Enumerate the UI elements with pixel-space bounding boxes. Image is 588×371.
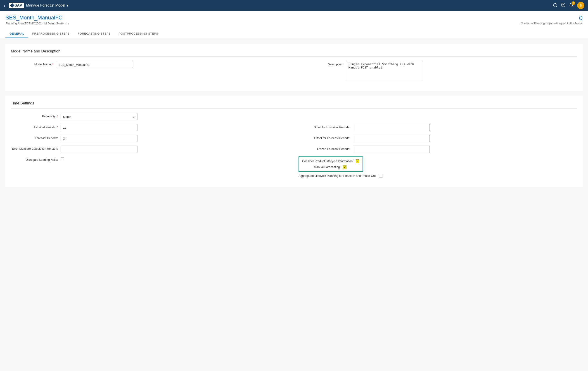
model-name-form: Model Name: Description: Single Exponent… [11,61,577,86]
frozen-forecast-row: Frozen Forecast Periods: [299,146,577,153]
time-settings-two-col: Historical Periods: Forecast Periods: Er… [11,124,577,182]
model-name-input-wrapper [56,61,133,68]
historical-periods-input-wrap [61,124,137,131]
time-divider [11,108,577,109]
periodicity-select[interactable]: Month Day Week Quarter Year [61,113,137,120]
offset-historical-label: Offset for Historical Periods: [299,124,353,129]
header-left: ‹ SAP Manage Forecast Model ▾ [4,3,68,8]
main-content: Model Name and Description Model Name: D… [0,38,588,197]
notification-badge: 2 [571,1,575,5]
search-icon[interactable] [553,3,557,8]
offset-historical-input-wrap [353,124,430,131]
time-settings-title: Time Settings [11,101,577,106]
forecast-periods-row: Forecast Periods: [11,135,289,142]
offset-historical-input[interactable] [353,124,430,131]
sap-text: SAP [15,3,22,8]
time-left-col: Historical Periods: Forecast Periods: Er… [11,124,289,182]
model-desc-col-right: Description: Single Exponential Smoothin… [287,61,577,86]
offset-forecast-input-wrap [353,135,430,142]
app-header: ‹ SAP Manage Forecast Model ▾ [0,0,588,11]
header-right: 2 S [553,2,584,9]
model-name-input[interactable] [56,61,133,68]
offset-forecast-input[interactable] [353,135,430,142]
consider-lifecycle-checkbox[interactable] [356,159,359,163]
description-textarea[interactable]: Single Exponential Smoothing (M) with Ma… [346,61,423,81]
tab-postprocessing[interactable]: POSTPROCESSING STEPS [115,30,162,38]
title-dropdown-arrow[interactable]: ▾ [66,3,68,8]
periodicity-label: Periodicity: [11,113,61,118]
periodicity-select-wrapper: Month Day Week Quarter Year [61,113,137,120]
sap-logo: SAP [9,3,24,8]
planning-count-label: Number of Planning Objects Assigned to t… [521,22,583,25]
forecast-periods-label: Forecast Periods: [11,135,61,140]
manual-forecasting-label: Manual Forecasting: [302,165,343,169]
aggregated-lifecycle-checkbox[interactable] [379,174,382,178]
sub-header: SES_Month_ManualFC Planning Area ZDEMO20… [0,11,588,38]
app-title-text: Manage Forecast Model [26,3,65,8]
disregard-nulls-label: Disregard Leading Nulls: [11,156,61,162]
historical-periods-label: Historical Periods: [11,124,61,129]
aggregated-lifecycle-label: Aggregated Lifecycle Planning for Phase-… [299,174,379,178]
offset-forecast-label: Offset for Forecast Periods: [299,135,353,140]
offset-historical-row: Offset for Historical Periods: [299,124,577,131]
frozen-forecast-input-wrap [353,146,430,153]
description-input-wrapper: Single Exponential Smoothing (M) with Ma… [346,61,423,82]
disregard-nulls-checkbox[interactable] [61,157,64,161]
consider-lifecycle-row: Consider Product Lifecycle Information: [302,159,359,163]
planning-count: 0 [521,14,583,22]
model-name-row: Model Name: [11,61,287,68]
error-measure-input-wrap [61,146,137,153]
count-area: 0 Number of Planning Objects Assigned to… [521,14,583,25]
notifications-icon[interactable]: 2 [569,3,574,8]
header-title: Manage Forecast Model ▾ [26,3,69,8]
frozen-forecast-label: Frozen Forecast Periods: [299,146,353,151]
page-title: SES_Month_ManualFC [5,14,69,21]
svg-line-1 [556,6,557,7]
offset-forecast-row: Offset for Forecast Periods: [299,135,577,142]
error-measure-input[interactable] [61,146,137,153]
disregard-nulls-row: Disregard Leading Nulls: [11,156,289,162]
frozen-forecast-input[interactable] [353,146,430,153]
model-name-label: Model Name: [11,61,56,66]
time-right-col: Offset for Historical Periods: Offset fo… [289,124,577,182]
manual-forecasting-checkbox[interactable] [343,165,346,169]
model-name-section-title: Model Name and Description [11,49,577,54]
forecast-periods-input-wrap [61,135,137,142]
historical-periods-input[interactable] [61,124,137,131]
historical-periods-row: Historical Periods: [11,124,289,131]
periodicity-row: Periodicity: Month Day Week Quarter Year [11,113,577,120]
consider-lifecycle-label: Consider Product Lifecycle Information: [302,159,356,163]
user-avatar[interactable]: S [577,2,584,9]
sap-diamond-icon [10,3,14,8]
svg-point-0 [553,3,556,6]
back-button[interactable]: ‹ [4,3,5,8]
tab-forecasting[interactable]: FORECASTING STEPS [74,30,115,38]
model-name-section: Model Name and Description Model Name: D… [5,44,583,91]
title-area: SES_Month_ManualFC Planning Area ZDEMO20… [5,14,69,28]
time-settings-section: Time Settings Periodicity: Month Day Wee… [5,96,583,187]
highlight-box: Consider Product Lifecycle Information: … [299,156,363,172]
error-measure-label: Error Measure Calculation Horizon: [11,146,61,151]
tab-preprocessing[interactable]: PREPROCESSING STEPS [28,30,74,38]
description-row: Description: Single Exponential Smoothin… [301,61,577,82]
periodicity-dropdown: Month Day Week Quarter Year [61,113,137,120]
tab-bar: GENERAL PREPROCESSING STEPS FORECASTING … [5,30,583,38]
page-subtitle: Planning Area ZDEMO2002 (IM Demo System_… [5,22,69,25]
tab-general[interactable]: GENERAL [5,30,28,38]
help-icon[interactable] [561,3,565,8]
model-name-col-left: Model Name: [11,61,287,86]
aggregated-lifecycle-row: Aggregated Lifecycle Planning for Phase-… [299,174,577,178]
header-info-row: SES_Month_ManualFC Planning Area ZDEMO20… [5,14,583,28]
description-label: Description: [301,61,346,66]
highlighted-checkboxes-area: Consider Product Lifecycle Information: … [299,156,577,178]
forecast-periods-input[interactable] [61,135,137,142]
section-divider [11,56,577,57]
error-measure-row: Error Measure Calculation Horizon: [11,146,289,153]
manual-forecasting-row: Manual Forecasting: [302,165,359,169]
